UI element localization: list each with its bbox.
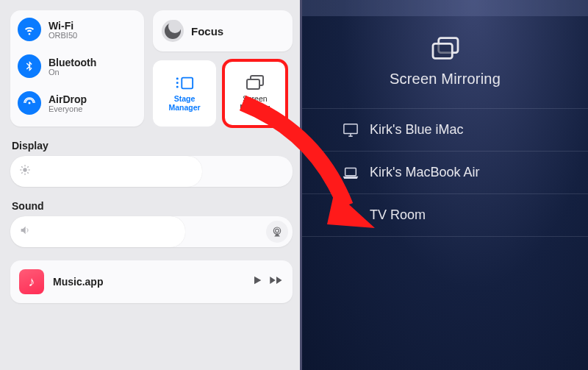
connectivity-card: Wi-Fi ORBI50 Bluetooth On AirDrop	[10, 10, 144, 127]
sound-title: Sound	[10, 200, 293, 212]
screen-mirroring-icon	[245, 75, 265, 91]
forward-button[interactable]	[269, 274, 284, 289]
airdrop-sub: Everyone	[49, 104, 87, 113]
screen-mirroring-panel: Screen Mirroring Kirk's Blue iMac Kirk's…	[302, 0, 588, 370]
desktop-icon	[342, 123, 359, 138]
svg-rect-1	[182, 78, 193, 89]
display-title: Display	[10, 140, 293, 152]
mirroring-title: Screen Mirroring	[390, 71, 501, 88]
music-app-label: Music.app	[53, 276, 243, 288]
mirroring-header: Screen Mirroring	[302, 37, 588, 88]
mirroring-device-tvroom[interactable]: tv TV Room	[302, 194, 588, 237]
svg-rect-19	[433, 43, 452, 58]
top-row: Wi-Fi ORBI50 Bluetooth On AirDrop	[10, 10, 293, 127]
bluetooth-title: Bluetooth	[49, 57, 96, 68]
laptop-icon	[342, 166, 359, 180]
airdrop-item[interactable]: AirDrop Everyone	[18, 91, 138, 115]
svg-rect-4	[176, 86, 179, 88]
svg-point-0	[29, 102, 31, 104]
bluetooth-item[interactable]: Bluetooth On	[18, 54, 138, 78]
mirroring-device-imac[interactable]: Kirk's Blue iMac	[302, 108, 588, 152]
svg-rect-2	[176, 78, 179, 80]
mirroring-device-list: Kirk's Blue iMac Kirk's MacBook Air tv T…	[302, 108, 588, 237]
control-center-panel: Wi-Fi ORBI50 Bluetooth On AirDrop	[0, 0, 302, 370]
mirroring-device-macbook[interactable]: Kirk's MacBook Air	[302, 152, 588, 194]
airdrop-text: AirDrop Everyone	[49, 93, 87, 113]
wifi-item[interactable]: Wi-Fi ORBI50	[18, 18, 138, 41]
svg-line-12	[21, 166, 22, 167]
device-label: TV Room	[370, 207, 426, 223]
wifi-text: Wi-Fi ORBI50	[49, 20, 77, 40]
bluetooth-text: Bluetooth On	[49, 57, 96, 77]
play-button[interactable]	[251, 274, 263, 289]
sound-slider[interactable]	[10, 216, 293, 247]
now-playing-card[interactable]: ♪ Music.app	[10, 260, 293, 303]
top-right-column: Focus Stage Manager Screen Mirroring	[153, 10, 293, 127]
svg-rect-23	[345, 168, 356, 175]
svg-rect-3	[176, 82, 179, 84]
svg-rect-20	[344, 124, 357, 133]
audio-airplay-button[interactable]	[266, 221, 288, 243]
svg-point-17	[276, 229, 279, 232]
svg-line-14	[21, 172, 22, 173]
airdrop-title: AirDrop	[49, 93, 87, 105]
svg-line-13	[27, 172, 28, 173]
wifi-icon	[18, 18, 41, 41]
display-slider[interactable]	[10, 156, 293, 187]
tile-row: Stage Manager Screen Mirroring	[153, 60, 293, 127]
focus-card[interactable]: Focus	[153, 10, 293, 51]
airdrop-icon	[18, 91, 41, 115]
device-label: Kirk's Blue iMac	[370, 122, 463, 138]
screen-mirroring-tile[interactable]: Screen Mirroring	[223, 60, 287, 127]
music-app-icon: ♪	[19, 269, 44, 294]
svg-rect-6	[247, 79, 259, 89]
brightness-icon	[19, 164, 31, 179]
svg-text:tv: tv	[348, 213, 353, 218]
screen-mirroring-label: Screen Mirroring	[240, 94, 270, 112]
sound-section: Sound	[10, 200, 293, 247]
display-section: Display	[10, 140, 293, 187]
display-slider-fill	[10, 156, 202, 187]
focus-label: Focus	[191, 25, 223, 38]
moon-icon	[162, 20, 184, 42]
stage-manager-label: Stage Manager	[168, 94, 200, 112]
svg-point-7	[23, 168, 26, 171]
wifi-title: Wi-Fi	[49, 20, 77, 32]
stage-manager-icon	[175, 75, 194, 91]
bluetooth-sub: On	[49, 68, 96, 77]
appletv-icon: tv	[342, 208, 359, 223]
wifi-sub: ORBI50	[49, 31, 77, 40]
speaker-icon	[19, 224, 31, 239]
device-label: Kirk's MacBook Air	[370, 165, 479, 180]
sound-slider-fill	[10, 216, 185, 247]
svg-line-15	[27, 166, 28, 167]
stage-manager-tile[interactable]: Stage Manager	[153, 60, 216, 127]
music-controls	[251, 274, 284, 289]
mirroring-header-icon	[430, 37, 461, 65]
bluetooth-icon	[18, 54, 41, 78]
